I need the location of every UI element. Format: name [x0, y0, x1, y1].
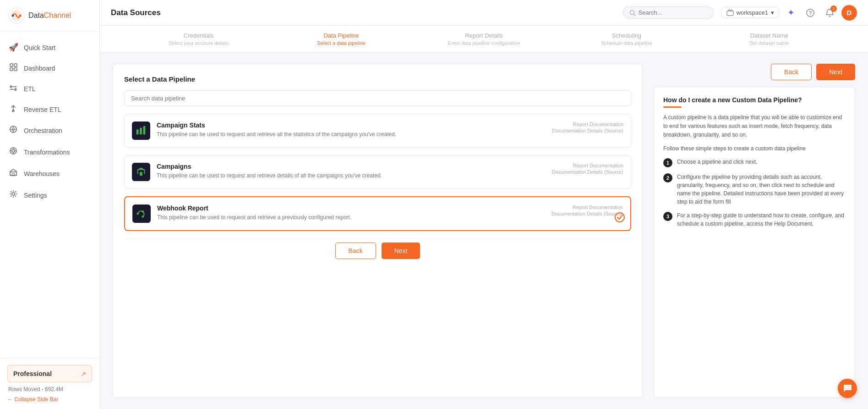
pipeline-item-campaign-stats[interactable]: Campaign Stats This pipeline can be used… [124, 114, 631, 148]
dashboard-icon [8, 63, 18, 73]
sidebar-item-label: Settings [24, 192, 47, 199]
doc-details-label[interactable]: Documentation Details (Source) [552, 169, 623, 175]
pipeline-docs: Report Documentation Documentation Detai… [552, 122, 623, 133]
etl-icon [8, 84, 18, 94]
svg-point-30 [142, 210, 144, 213]
help-divider [663, 106, 682, 108]
pipeline-item-webhook-report[interactable]: Webhook Report This pipeline can be used… [124, 196, 631, 231]
svg-point-19 [12, 193, 15, 195]
pipeline-search-input[interactable] [124, 90, 631, 106]
selected-checkmark [615, 212, 625, 225]
help-intro: A custom pipeline is a data pipeline tha… [663, 113, 846, 140]
sidebar-item-label: Quick Start [24, 44, 55, 51]
pipeline-item-campaigns[interactable]: Campaigns This pipeline can be used to r… [124, 155, 631, 189]
help-follow: Follow these simple steps to create a cu… [663, 144, 846, 153]
step-sublabel: Schedule data pipeline [601, 40, 652, 46]
step-num-2: 2 [663, 173, 672, 182]
avatar[interactable]: D [841, 5, 857, 21]
doc-label[interactable]: Report Documentation [551, 204, 623, 210]
help-steps: 1 Choose a pipeline and click next. 2 Co… [663, 158, 846, 228]
sidebar-navigation: 🚀 Quick Start Dashboard ETL Reverse ETL [0, 32, 99, 358]
sidebar-item-etl[interactable]: ETL [0, 79, 99, 99]
pipeline-name: Campaigns [157, 163, 546, 170]
step-label: Report Details [465, 32, 502, 39]
doc-details-label[interactable]: Documentation Details (Source) [552, 128, 623, 133]
external-link-icon[interactable]: ↗ [81, 370, 86, 377]
svg-rect-4 [10, 64, 13, 66]
step-label: Credentials [184, 32, 214, 39]
next-button[interactable]: Next [382, 243, 420, 259]
step-sublabel: Enter data pipeline configuration [448, 40, 520, 46]
top-next-button[interactable]: Next [816, 64, 855, 80]
sidebar-item-transformations[interactable]: Transformations [0, 141, 99, 163]
step-report-details: Report Details Enter data pipeline confi… [447, 32, 520, 46]
workspace-label: workspace1 [737, 9, 768, 16]
step-label: Dataset Name [750, 32, 788, 39]
svg-point-2 [12, 15, 14, 17]
sparkle-button[interactable]: ✦ [784, 6, 798, 20]
workspace-chevron-icon: ▾ [771, 9, 774, 16]
sidebar-item-settings[interactable]: Settings [0, 184, 99, 206]
pipeline-icon [132, 122, 150, 140]
logo: DataChannel [0, 0, 99, 32]
sidebar-item-orchestration[interactable]: Orchestration [0, 120, 99, 141]
doc-label[interactable]: Report Documentation [552, 122, 623, 127]
pipeline-desc: This pipeline can be used to request and… [157, 131, 546, 138]
help-step-1: 1 Choose a pipeline and click next. [663, 158, 846, 167]
top-back-button[interactable]: Back [771, 64, 812, 80]
sidebar: DataChannel 🚀 Quick Start Dashboard ETL … [0, 0, 100, 409]
sidebar-item-label: Warehouses [24, 170, 60, 177]
bottom-buttons: Back Next [124, 238, 631, 259]
transformations-icon [8, 147, 18, 157]
pipeline-name: Webhook Report [157, 204, 545, 212]
search-input[interactable] [639, 9, 703, 16]
help-panel: How do I create a new Custom Data Pipeli… [654, 87, 855, 398]
svg-marker-29 [138, 168, 145, 170]
sidebar-item-label: Orchestration [24, 127, 62, 134]
topbar-icons: workspace1 ▾ ✦ ? 1 D [721, 5, 857, 21]
sidebar-item-label: Transformations [24, 149, 70, 156]
help-icon: ? [806, 9, 814, 17]
sidebar-item-label: Dashboard [24, 65, 55, 72]
step-label: Scheduling [612, 32, 641, 39]
sidebar-item-reverse-etl[interactable]: Reverse ETL [0, 99, 99, 120]
step-text-3: For a step-by-step guide to understand h… [677, 211, 846, 228]
top-action-row: Back Next [654, 64, 855, 80]
sidebar-bottom: Professional ↗ Rows Moved - 692.4M ← Col… [0, 358, 99, 409]
sidebar-item-warehouses[interactable]: Warehouses [0, 163, 99, 184]
svg-rect-27 [143, 126, 146, 134]
chat-bubble[interactable] [838, 379, 857, 398]
pipeline-info: Campaign Stats This pipeline can be used… [157, 122, 546, 138]
collapse-sidebar-button[interactable]: ← Collapse Side Bar [7, 396, 92, 403]
left-panel: Select a Data Pipeline Campaign Stats Th… [113, 64, 643, 398]
svg-text:?: ? [809, 10, 812, 16]
panel-title: Select a Data Pipeline [124, 75, 631, 83]
rows-moved: Rows Moved - 692.4M [7, 386, 92, 396]
page-title: Data Sources [111, 8, 615, 17]
search-box[interactable] [622, 6, 714, 19]
sidebar-item-dashboard[interactable]: Dashboard [0, 58, 99, 79]
svg-rect-7 [14, 68, 17, 71]
plan-badge[interactable]: Professional ↗ [7, 365, 92, 382]
doc-label[interactable]: Report Documentation [552, 163, 623, 168]
webhook-report-icon [136, 208, 147, 219]
main-content: Data Sources workspace1 ▾ ✦ ? 1 D Creden… [100, 0, 868, 409]
doc-details-label[interactable]: Documentation Details (Source) [551, 211, 623, 216]
step-sublabel: Set dataset name [749, 40, 789, 46]
notification-button[interactable]: 1 [822, 6, 837, 20]
back-button[interactable]: Back [335, 243, 376, 259]
step-text-2: Configure the pipeline by providing deta… [677, 173, 846, 206]
svg-rect-6 [10, 68, 13, 71]
pipeline-docs: Report Documentation Documentation Detai… [551, 204, 623, 216]
help-button[interactable]: ? [803, 6, 818, 20]
pipeline-info: Campaigns This pipeline can be used to r… [157, 163, 546, 180]
pipeline-docs: Report Documentation Documentation Detai… [552, 163, 623, 175]
svg-rect-5 [14, 64, 17, 66]
step-scheduling: Scheduling Schedule data pipeline [590, 32, 663, 46]
warehouses-icon [8, 168, 18, 179]
sidebar-item-quick-start[interactable]: 🚀 Quick Start [0, 37, 99, 58]
campaign-stats-icon [136, 125, 147, 136]
step-sublabel: Select your account details [169, 40, 229, 46]
svg-point-31 [136, 213, 139, 215]
workspace-dropdown[interactable]: workspace1 ▾ [721, 7, 779, 18]
